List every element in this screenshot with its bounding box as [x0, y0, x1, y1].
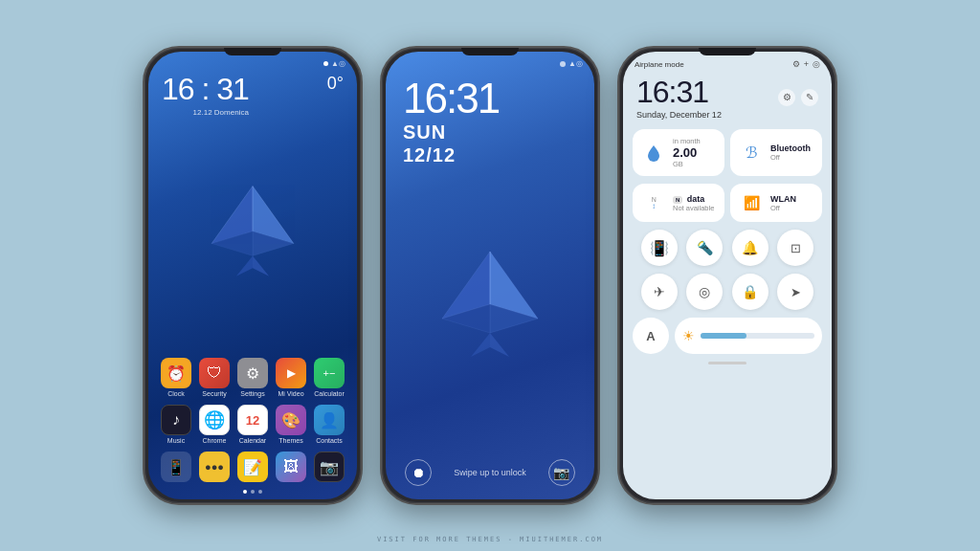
p3-torch-btn[interactable]: 🔦: [686, 230, 723, 266]
p3-tiles-row1: in month 2.00 GB ℬ Bluetooth Off: [623, 125, 832, 180]
app-music[interactable]: ♪ Music: [158, 405, 194, 444]
p3-gear-icon: ⚙: [792, 59, 800, 69]
app-settings-icon: ⚙: [237, 358, 268, 388]
p3-mobile-data-tile[interactable]: N ↕ N data Not available: [633, 184, 724, 222]
p2-time-area: 16:31 SUN 12/12: [386, 70, 594, 165]
p1-status-bar: ▲◎: [148, 52, 357, 70]
app-themes-icon: 🎨: [276, 405, 306, 435]
p2-camera: [560, 61, 566, 67]
app-notes-icon: 📝: [237, 452, 268, 482]
p3-buttons-row1: 📳 🔦 🔔 ⊡: [623, 226, 832, 270]
svg-marker-6: [236, 255, 253, 276]
p3-data-amount: 2.00: [673, 145, 701, 160]
app-calc-label: Calculator: [314, 390, 345, 397]
app-contacts[interactable]: 👤 Contacts: [311, 405, 347, 444]
app-phone[interactable]: 📱: [158, 452, 194, 482]
p3-eye-comfort-btn[interactable]: ◎: [686, 274, 723, 310]
phone-3-control-center: Airplane mode ⚙ + ◎ 16:31 Sunday, Decemb…: [617, 46, 837, 505]
p1-dot-1: [243, 490, 247, 494]
p2-record-btn[interactable]: ⏺: [405, 459, 432, 486]
p3-wlan-info: WLAN Off: [770, 194, 796, 212]
p3-auto-brightness-btn[interactable]: A: [633, 318, 669, 354]
p1-time: 16 : 31: [162, 74, 249, 104]
app-security-label: Security: [202, 390, 226, 397]
app-clock-icon: ⏰: [161, 358, 191, 388]
app-security[interactable]: 🛡 Security: [196, 358, 233, 397]
p3-time-area: 16:31 Sunday, December 12 ⚙ ✎: [623, 73, 832, 125]
p3-bluetooth-icon: ℬ: [740, 142, 763, 165]
phone2-screen: ▲◎ 16:31 SUN 12/12 ⏺: [386, 52, 594, 499]
p3-mobile-data-status: Not available: [673, 204, 714, 212]
p3-date: Sunday, December 12: [636, 110, 722, 120]
p1-dot-2: [251, 490, 255, 494]
p3-time: 16:31: [636, 75, 722, 110]
p3-data-tile[interactable]: in month 2.00 GB: [633, 129, 724, 176]
p3-edit-icons: ⚙ ✎: [778, 89, 818, 106]
app-calendar[interactable]: 12 Calendar: [234, 405, 271, 444]
p3-cast-btn[interactable]: ➤: [777, 274, 813, 310]
p1-apps-row1: ⏰ Clock 🛡 Security ⚙ Settings ▶ Mi Video…: [148, 354, 357, 401]
p3-time-left: 16:31 Sunday, December 12: [636, 75, 722, 120]
p3-bluetooth-label: Bluetooth: [770, 143, 811, 153]
p3-bell-btn[interactable]: 🔔: [732, 230, 768, 266]
p3-settings-icon[interactable]: ⚙: [778, 89, 795, 106]
p2-camera-btn[interactable]: 📷: [548, 459, 575, 486]
p1-signal-icons: ▲◎: [331, 59, 345, 68]
p3-airplane-mode-label: Airplane mode: [635, 60, 684, 69]
p3-screen-record-btn[interactable]: ⊡: [777, 230, 813, 266]
p2-wallpaper: [386, 165, 594, 452]
app-calculator[interactable]: +− Calculator: [311, 358, 347, 397]
app-camera-icon: 📷: [314, 452, 345, 482]
p3-buttons-row2: ✈ ◎ 🔒 ➤: [623, 270, 832, 314]
app-chrome[interactable]: 🌐 Chrome: [196, 405, 233, 444]
app-security-icon: 🛡: [199, 358, 230, 388]
p2-status-bar: ▲◎: [386, 52, 594, 70]
water-drop-icon: [644, 143, 663, 163]
app-notes[interactable]: 📝: [234, 452, 271, 482]
p3-data-unit: GB: [673, 160, 701, 168]
p2-swipe-label: Swipe up to unlock: [454, 468, 526, 477]
p3-brightness-row: A ☀: [623, 314, 832, 358]
p1-apps-row3: 📱 ●●● 📝 🖼 📷: [148, 450, 357, 490]
p2-swipe-text: Swipe up to unlock: [454, 468, 526, 477]
p3-edit-icon[interactable]: ✎: [801, 89, 818, 106]
p3-mobile-data-info: N data Not available: [673, 194, 714, 212]
phones-container: ▲◎ 16 : 31 12.12 Domenica 0°: [0, 0, 980, 551]
app-clock-label: Clock: [167, 390, 185, 397]
app-contacts-label: Contacts: [316, 437, 343, 444]
p3-data-info: in month 2.00 GB: [673, 137, 701, 168]
p3-status-bar: Airplane mode ⚙ + ◎: [623, 52, 832, 73]
p1-page-dots: [148, 490, 357, 499]
p3-bluetooth-tile[interactable]: ℬ Bluetooth Off: [730, 129, 822, 176]
app-calendar-label: Calendar: [239, 437, 266, 444]
app-camera[interactable]: 📷: [311, 452, 347, 482]
p3-brightness-bar[interactable]: ☀: [675, 318, 822, 354]
app-mivideo[interactable]: ▶ Mi Video: [273, 358, 309, 397]
app-music-icon: ♪: [161, 405, 191, 435]
p2-signal: ▲◎: [568, 59, 583, 68]
p2-bottom-bar: ⏺ Swipe up to unlock 📷: [386, 452, 594, 499]
app-bubble[interactable]: ●●●: [196, 452, 233, 482]
p1-time-display: 16 : 31 12.12 Domenica: [162, 74, 249, 117]
phone-2-lockscreen: ▲◎ 16:31 SUN 12/12 ⏺: [380, 46, 600, 505]
p3-airplane-btn[interactable]: ✈: [641, 274, 678, 310]
p2-date: 12/12: [403, 144, 577, 165]
paper-plane-svg: [195, 178, 310, 293]
p3-wlan-tile[interactable]: 📶 WLAN Off: [730, 184, 822, 222]
app-chrome-icon: 🌐: [199, 405, 230, 435]
p3-vibrate-btn[interactable]: 📳: [641, 230, 678, 266]
watermark: VISIT FOR MORE THEMES - MIUITHEMER.COM: [377, 536, 603, 543]
app-chrome-label: Chrome: [203, 437, 227, 444]
app-themes[interactable]: 🎨 Themes: [273, 405, 309, 444]
app-clock[interactable]: ⏰ Clock: [158, 358, 194, 397]
p3-brightness-fill: [701, 333, 746, 339]
p3-mobile-data-icon: N ↕: [642, 191, 665, 214]
app-settings[interactable]: ⚙ Settings: [234, 358, 271, 397]
app-gallery[interactable]: 🖼: [273, 452, 309, 482]
svg-marker-5: [253, 255, 269, 276]
p3-lock-btn[interactable]: 🔒: [732, 274, 768, 310]
svg-marker-15: [471, 333, 490, 357]
p3-tiles-row2: N ↕ N data Not available 📶 W: [623, 180, 832, 226]
p3-brightness-track: [701, 333, 814, 339]
p1-dot-3: [258, 490, 262, 494]
